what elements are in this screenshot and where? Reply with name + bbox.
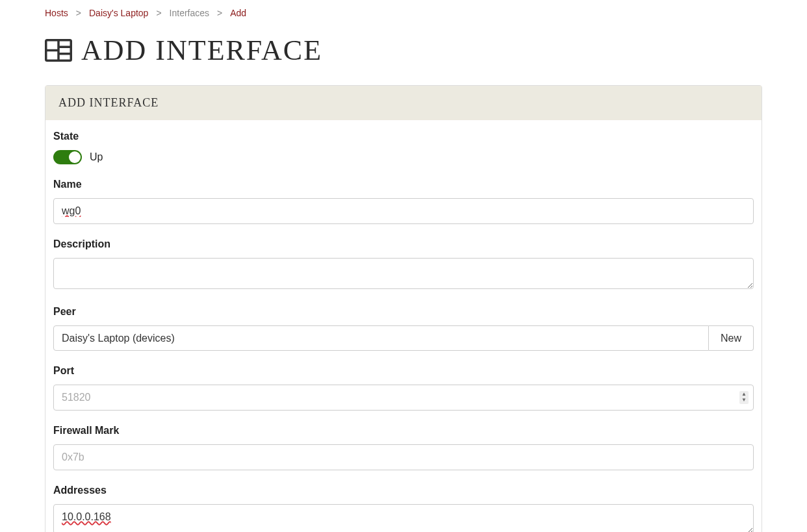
peer-select[interactable]: Daisy's Laptop (devices) [53, 325, 709, 351]
description-textarea[interactable] [53, 258, 754, 289]
name-input[interactable] [53, 198, 754, 224]
breadcrumb-interfaces: Interfaces [170, 8, 209, 18]
panel-header: ADD INTERFACE [45, 86, 762, 120]
peer-new-button[interactable]: New [709, 325, 754, 351]
breadcrumb-sep: > [156, 8, 161, 18]
breadcrumb-sep: > [217, 8, 222, 18]
name-label: Name [53, 179, 754, 190]
peer-label: Peer [53, 306, 754, 318]
addresses-label: Addresses [53, 485, 754, 496]
breadcrumb-hosts-link[interactable]: Hosts [45, 8, 68, 18]
firewall-mark-label: Firewall Mark [53, 425, 754, 437]
addresses-textarea[interactable] [53, 504, 754, 532]
state-toggle[interactable] [53, 150, 82, 164]
page-title-row: ADD INTERFACE [45, 34, 762, 67]
breadcrumb: Hosts > Daisy's Laptop > Interfaces > Ad… [45, 8, 762, 18]
breadcrumb-sep: > [76, 8, 81, 18]
state-label: State [53, 131, 754, 142]
breadcrumb-host-link[interactable]: Daisy's Laptop [89, 8, 148, 18]
add-interface-panel: ADD INTERFACE State Up Name Description … [45, 85, 762, 532]
port-input[interactable] [53, 385, 754, 411]
page-title: ADD INTERFACE [81, 34, 322, 67]
dashboard-icon [45, 39, 72, 62]
port-label: Port [53, 365, 754, 377]
state-value-label: Up [90, 151, 103, 163]
breadcrumb-current: Add [230, 8, 246, 18]
firewall-mark-input[interactable] [53, 444, 754, 470]
port-spinner[interactable]: ▲▼ [739, 391, 749, 404]
description-label: Description [53, 238, 754, 250]
